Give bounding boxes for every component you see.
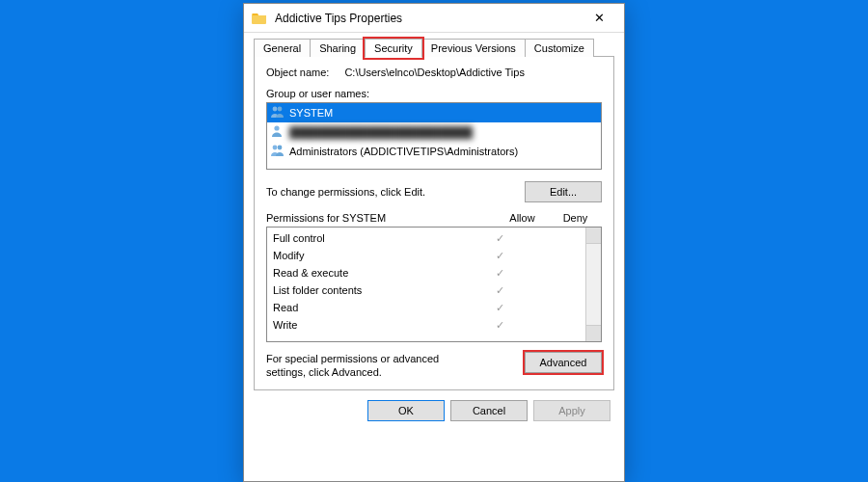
allow-column-header: Allow (496, 212, 549, 224)
group-user-listbox[interactable]: SYSTEM ██████████████████████████ Admini… (266, 102, 602, 170)
permission-row: List folder contents✓ (267, 281, 585, 299)
titlebar: Addictive Tips Properties ✕ (244, 4, 624, 33)
advanced-hint: For special permissions or advanced sett… (266, 352, 478, 380)
allow-check-icon: ✓ (474, 232, 527, 245)
close-icon: ✕ (594, 11, 605, 25)
allow-check-icon: ✓ (474, 302, 527, 314)
scrollbar[interactable] (585, 228, 601, 341)
svg-point-0 (273, 107, 278, 112)
permission-name: Read (273, 302, 474, 313)
permissions-listbox: Full control✓Modify✓Read & execute✓List … (266, 227, 602, 342)
user-icon (270, 124, 285, 140)
permission-row: Modify✓ (267, 247, 585, 264)
permission-name: List folder contents (273, 284, 474, 296)
tab-sharing[interactable]: Sharing (310, 39, 366, 57)
tabstrip: General Sharing Security Previous Versio… (254, 39, 614, 57)
list-item[interactable]: SYSTEM (267, 103, 601, 122)
group-list-label: Group or user names: (266, 88, 602, 99)
permission-name: Full control (273, 232, 474, 244)
tab-body-security: Object name: C:\Users\elnco\Desktop\Addi… (254, 56, 614, 390)
edit-row: To change permissions, click Edit. Edit.… (266, 181, 602, 202)
properties-dialog: Addictive Tips Properties ✕ General Shar… (243, 3, 625, 482)
permission-row: Read & execute✓ (267, 264, 585, 281)
tab-previous-versions[interactable]: Previous Versions (421, 39, 526, 57)
object-name-value: C:\Users\elnco\Desktop\Addictive Tips (344, 67, 524, 78)
apply-button[interactable]: Apply (533, 400, 610, 421)
tab-area: General Sharing Security Previous Versio… (244, 33, 624, 390)
permission-name: Read & execute (273, 267, 474, 279)
list-item[interactable]: ██████████████████████████ (267, 122, 601, 142)
permission-name: Modify (273, 250, 474, 261)
group-icon (270, 144, 285, 159)
edit-hint: To change permissions, click Edit. (266, 186, 425, 198)
edit-button[interactable]: Edit... (525, 181, 602, 202)
deny-column-header: Deny (549, 212, 602, 224)
permission-name: Write (273, 319, 474, 331)
window-title: Addictive Tips Properties (275, 12, 578, 25)
tab-general[interactable]: General (254, 39, 311, 57)
tab-security[interactable]: Security (365, 39, 422, 58)
allow-check-icon: ✓ (474, 250, 527, 262)
allow-check-icon: ✓ (474, 284, 527, 297)
group-icon (270, 105, 285, 120)
svg-point-4 (278, 146, 283, 150)
permission-row: Read✓ (267, 299, 585, 316)
svg-point-3 (273, 146, 278, 150)
tab-customize[interactable]: Customize (525, 39, 594, 57)
list-item-label: Administrators (ADDICTIVETIPS\Administra… (289, 146, 518, 157)
ok-button[interactable]: OK (367, 400, 445, 421)
permissions-header: Permissions for SYSTEM Allow Deny (266, 212, 602, 224)
list-item[interactable]: Administrators (ADDICTIVETIPS\Administra… (267, 142, 601, 161)
permissions-list: Full control✓Modify✓Read & execute✓List … (267, 228, 585, 341)
list-item-label: ██████████████████████████ (289, 126, 473, 138)
cancel-button[interactable]: Cancel (450, 400, 528, 421)
advanced-button[interactable]: Advanced (525, 352, 602, 373)
folder-icon (252, 11, 267, 26)
close-button[interactable]: ✕ (578, 4, 620, 33)
permissions-for-label: Permissions for SYSTEM (266, 212, 496, 224)
svg-point-1 (278, 107, 283, 112)
permission-row: Full control✓ (267, 229, 585, 247)
allow-check-icon: ✓ (474, 267, 527, 280)
dialog-buttons: OK Cancel Apply (244, 390, 624, 433)
list-item-label: SYSTEM (289, 107, 333, 119)
allow-check-icon: ✓ (474, 319, 527, 332)
permission-row: Write✓ (267, 316, 585, 334)
object-name-row: Object name: C:\Users\elnco\Desktop\Addi… (266, 67, 602, 78)
object-name-label: Object name: (266, 67, 329, 78)
svg-point-2 (274, 125, 279, 130)
advanced-row: For special permissions or advanced sett… (266, 352, 602, 380)
